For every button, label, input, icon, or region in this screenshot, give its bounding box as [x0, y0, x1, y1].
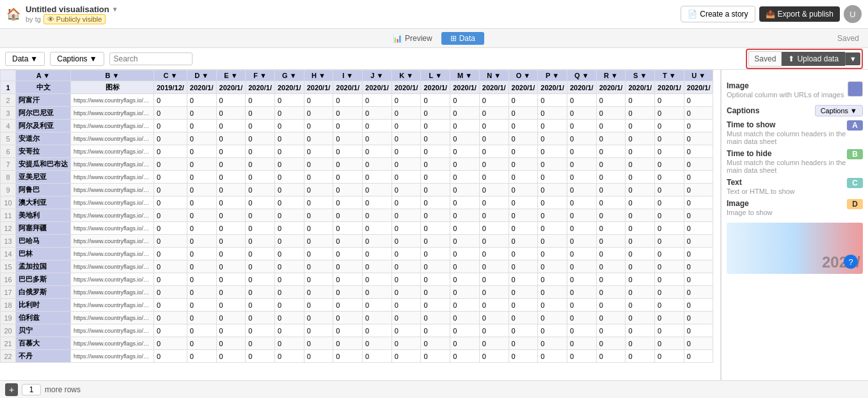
cell-val-10[interactable]: 0 — [450, 184, 480, 196]
cell-val-1[interactable]: 0 — [187, 324, 216, 337]
cell-val-8[interactable]: 0 — [391, 209, 421, 222]
cell-val-13[interactable]: 0 — [538, 132, 567, 145]
cell-val-3[interactable]: 0 — [246, 120, 275, 132]
cell-val-5[interactable]: 0 — [304, 158, 333, 171]
cell-val-0[interactable]: 0 — [154, 312, 187, 324]
cell-val-14[interactable]: 0 — [567, 286, 596, 299]
cell-val-15[interactable]: 0 — [596, 145, 626, 158]
cell-val-16[interactable]: 0 — [626, 222, 655, 235]
cell-val-4[interactable]: 0 — [274, 286, 304, 299]
cell-val-5[interactable]: 0 — [304, 145, 333, 158]
cell-val-18[interactable]: 0 — [684, 171, 713, 184]
cell-val-3[interactable]: 0 — [246, 337, 275, 350]
cell-val-10[interactable]: 0 — [450, 158, 480, 171]
cell-val-0[interactable]: 0 — [154, 196, 187, 209]
cell-url[interactable]: https://www.countryflags.io/bb/fl — [71, 273, 154, 286]
cell-val-15[interactable]: 0 — [596, 337, 626, 350]
cell-val-16[interactable]: 0 — [626, 273, 655, 286]
cell-val-7[interactable]: 0 — [363, 324, 392, 337]
cell-val-0[interactable]: 0 — [154, 260, 187, 273]
cell-val-11[interactable]: 0 — [479, 235, 509, 248]
cell-val-17[interactable]: 0 — [655, 235, 684, 248]
cell-val-10[interactable]: 0 — [450, 209, 480, 222]
home-icon[interactable]: 🏠 — [6, 7, 20, 21]
cell-country[interactable]: 巴巴多斯 — [16, 273, 71, 286]
table-row[interactable]: 20贝宁https://www.countryflags.io/bj/fl000… — [1, 324, 713, 337]
cell-country[interactable]: 阿尔巴尼亚 — [16, 107, 71, 120]
cell-val-11[interactable]: 0 — [479, 299, 509, 312]
cell-val-16[interactable]: 0 — [626, 235, 655, 248]
cell-val-10[interactable]: 0 — [450, 324, 480, 337]
cell-val-11[interactable]: 0 — [479, 132, 509, 145]
cell-val-15[interactable]: 0 — [596, 171, 626, 184]
cell-url[interactable]: https://www.countryflags.io/af/fl — [71, 94, 154, 107]
cell-val-3[interactable]: 0 — [246, 235, 275, 248]
cell-val-16[interactable]: 0 — [626, 94, 655, 107]
upload-data-button[interactable]: ⬆ Upload data — [782, 52, 845, 66]
cell-val-13[interactable]: 0 — [538, 171, 567, 184]
cell-val-9[interactable]: 0 — [421, 158, 450, 171]
cell-val-17[interactable]: 0 — [655, 145, 684, 158]
cell-val-11[interactable]: 0 — [479, 94, 509, 107]
cell-val-18[interactable]: 0 — [684, 324, 713, 337]
cell-val-13[interactable]: 0 — [538, 312, 567, 324]
cell-val-3[interactable]: 0 — [246, 222, 275, 235]
cell-val-4[interactable]: 0 — [274, 235, 304, 248]
cell-url[interactable]: https://www.countryflags.io/ad/fl — [71, 132, 154, 145]
cell-val-9[interactable]: 0 — [421, 235, 450, 248]
cell-val-14[interactable]: 0 — [567, 120, 596, 132]
table-row[interactable]: 3阿尔巴尼亚https://www.countryflags.io/al/fl0… — [1, 107, 713, 120]
table-row[interactable]: 4阿尔及利亚https://www.countryflags.io/dz/fl0… — [1, 120, 713, 132]
cell-val-0[interactable]: 0 — [154, 145, 187, 158]
cell-val-8[interactable]: 0 — [391, 273, 421, 286]
caption-c-badge[interactable]: C — [847, 178, 863, 188]
cell-val-7[interactable]: 0 — [363, 158, 392, 171]
cell-val-0[interactable]: 0 — [154, 337, 187, 350]
cell-val-13[interactable]: 0 — [538, 235, 567, 248]
col-n-header[interactable]: N ▼ — [479, 70, 509, 81]
cell-val-6[interactable]: 0 — [333, 260, 363, 273]
cell-val-3[interactable]: 0 — [246, 299, 275, 312]
cell-val-5[interactable]: 0 — [304, 350, 333, 363]
cell-val-18[interactable]: 0 — [684, 222, 713, 235]
col-e-header[interactable]: E ▼ — [216, 70, 246, 81]
cell-val-5[interactable]: 0 — [304, 299, 333, 312]
cell-val-7[interactable]: 0 — [363, 350, 392, 363]
cell-val-17[interactable]: 0 — [655, 248, 684, 260]
cell-val-11[interactable]: 0 — [479, 312, 509, 324]
cell-val-15[interactable]: 0 — [596, 158, 626, 171]
table-row[interactable]: 8亚美尼亚https://www.countryflags.io/am/fl00… — [1, 171, 713, 184]
cell-country[interactable]: 巴哈马 — [16, 235, 71, 248]
upload-dropdown-button[interactable]: ▼ — [845, 52, 860, 65]
cell-val-18[interactable]: 0 — [684, 107, 713, 120]
cell-val-2[interactable]: 0 — [216, 209, 246, 222]
cell-val-0[interactable]: 0 — [154, 299, 187, 312]
cell-val-4[interactable]: 0 — [274, 209, 304, 222]
cell-val-14[interactable]: 0 — [567, 145, 596, 158]
col-p-header[interactable]: P ▼ — [538, 70, 567, 81]
cell-val-6[interactable]: 0 — [333, 286, 363, 299]
cell-val-2[interactable]: 0 — [216, 337, 246, 350]
create-story-button[interactable]: 📄 Create a story — [681, 6, 755, 22]
table-row[interactable]: 10澳大利亚https://www.countryflags.io/au/fl0… — [1, 196, 713, 209]
cell-val-0[interactable]: 0 — [154, 273, 187, 286]
cell-val-11[interactable]: 0 — [479, 350, 509, 363]
table-row[interactable]: 19伯利兹https://www.countryflags.io/bz/fl00… — [1, 312, 713, 324]
cell-val-7[interactable]: 0 — [363, 145, 392, 158]
cell-val-15[interactable]: 0 — [596, 286, 626, 299]
cell-val-14[interactable]: 0 — [567, 94, 596, 107]
cell-val-7[interactable]: 0 — [363, 312, 392, 324]
cell-val-5[interactable]: 0 — [304, 132, 333, 145]
cell-val-8[interactable]: 0 — [391, 120, 421, 132]
cell-url[interactable]: https://www.countryflags.io/aw/fl — [71, 184, 154, 196]
cell-country[interactable]: 贝宁 — [16, 324, 71, 337]
cell-val-12[interactable]: 0 — [509, 184, 538, 196]
col-s-header[interactable]: S ▼ — [626, 70, 655, 81]
cell-val-4[interactable]: 0 — [274, 196, 304, 209]
cell-val-18[interactable]: 0 — [684, 273, 713, 286]
cell-val-9[interactable]: 0 — [421, 273, 450, 286]
cell-val-7[interactable]: 0 — [363, 337, 392, 350]
captions-button[interactable]: Captions ▼ — [50, 52, 104, 66]
cell-val-13[interactable]: 0 — [538, 350, 567, 363]
cell-val-12[interactable]: 0 — [509, 196, 538, 209]
